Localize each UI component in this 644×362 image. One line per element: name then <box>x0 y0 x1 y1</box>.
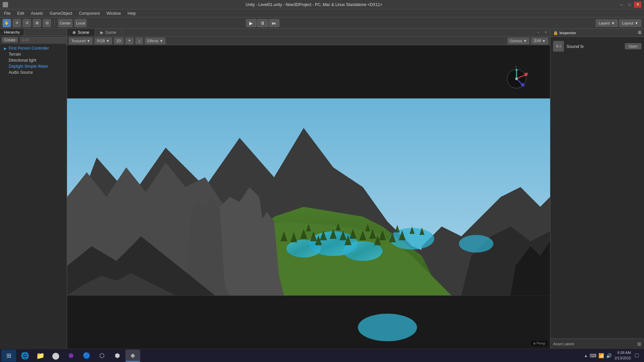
pause-button[interactable]: ⏸ <box>257 19 268 27</box>
app-icon <box>3 2 8 7</box>
scene-toolbar: Textured▼ RGB▼ 2D ☀ ♫ Effects▼ Gizmos▼ ☰… <box>67 37 550 45</box>
scene-maximize-btn[interactable]: ▪ <box>535 29 542 36</box>
center-button[interactable]: Center <box>58 19 72 27</box>
hier-item-first-person[interactable]: ▶ First Person Controller <box>0 45 67 51</box>
toolbar-separator-1 <box>54 20 55 26</box>
menu-edit[interactable]: Edit <box>14 10 27 16</box>
app7-icon: ⬢ <box>115 352 120 359</box>
svg-text:Y: Y <box>515 65 517 68</box>
start-icon: ⊞ <box>6 352 11 359</box>
explorer-icon: 📁 <box>36 352 45 360</box>
layers-dropdown: Layers ▼ Layout ▼ <box>596 19 641 27</box>
tab-scene[interactable]: ⊕ Scene <box>67 29 95 36</box>
taskbar-chrome[interactable]: ⬤ <box>48 350 63 362</box>
taskbar-explorer[interactable]: 📁 <box>33 350 48 362</box>
play-controls: ▶ ⏸ ⏭ <box>246 19 279 27</box>
keyboard-icon[interactable]: ⌨ <box>590 353 596 358</box>
tray-icons: ▲ ⌨ 📶 🔊 <box>584 353 612 358</box>
tool-scale[interactable]: ⊞ <box>33 19 41 27</box>
layers-button[interactable]: Layers ▼ <box>596 19 618 27</box>
network-icon[interactable]: 📶 <box>598 353 604 358</box>
app6-icon: ⬡ <box>99 352 105 359</box>
inspector-item-soundfx: Sound fx Open <box>553 40 641 53</box>
taskbar-ie[interactable]: 🌐 <box>17 350 32 362</box>
terrain-svg <box>67 45 550 349</box>
vs-icon: ⬟ <box>68 352 74 359</box>
menu-assets[interactable]: Assets <box>28 10 46 16</box>
tool-rect[interactable]: ⊟ <box>43 19 51 27</box>
perspective-label: ⊕ Persp <box>531 341 547 346</box>
hier-item-audio-source[interactable]: Audio Source <box>0 69 67 75</box>
hierarchy-items: ▶ First Person Controller Terrain Direct… <box>0 44 67 349</box>
asset-labels-section: Asset Labels ⊞ <box>550 339 644 349</box>
menu-gameobject[interactable]: GameObject <box>47 10 75 16</box>
game-icon: ▶ <box>100 30 103 35</box>
menu-bar: File Edit Assets GameObject Component Wi… <box>0 9 644 17</box>
hierarchy-search[interactable] <box>20 37 69 43</box>
step-button[interactable]: ⏭ <box>269 19 279 27</box>
taskbar-vs[interactable]: ⬟ <box>64 350 78 362</box>
close-button[interactable]: ✕ <box>634 2 641 8</box>
tool-hand[interactable]: ✋ <box>3 19 11 27</box>
taskbar-skype[interactable]: 🔵 <box>79 350 94 362</box>
hierarchy-create-button[interactable]: Create <box>2 37 18 43</box>
system-clock: 6:58 AM 2/13/2015 <box>614 350 631 361</box>
tool-move[interactable]: ✛ <box>13 19 21 27</box>
taskbar-app7[interactable]: ⬢ <box>110 350 125 362</box>
lighting-button[interactable]: ☀ <box>125 38 133 44</box>
scene-gizmo: Y X Z <box>503 65 530 92</box>
tab-hierarchy[interactable]: Hierarchy <box>0 29 24 36</box>
svg-text:X: X <box>527 72 529 75</box>
main-layout: Hierarchy Create ▶ First Person Controll… <box>0 29 644 349</box>
tab-game[interactable]: ▶ Game <box>95 29 122 36</box>
menu-file[interactable]: File <box>1 10 13 16</box>
hierarchy-tabs: Hierarchy <box>0 29 67 36</box>
window-title: Unity - Level01.unity - New3DProject - P… <box>10 2 618 7</box>
taskbar-apps: 🌐 📁 ⬤ ⬟ 🔵 ⬡ ⬢ ◆ <box>16 350 142 362</box>
scene-close-btn[interactable]: ✕ <box>542 29 550 36</box>
scene-icon: ⊕ <box>72 30 76 35</box>
gizmos-dropdown[interactable]: Gizmos▼ <box>507 38 529 44</box>
taskbar-unity[interactable]: ◆ <box>125 350 140 362</box>
skype-icon: 🔵 <box>83 352 90 359</box>
inspector-header: 🔒 Inspector ☰ <box>550 29 644 37</box>
effects-dropdown[interactable]: Effects▼ <box>145 38 165 44</box>
taskbar: ⊞ 🌐 📁 ⬤ ⬟ 🔵 ⬡ ⬢ ◆ ▲ ⌨ 📶 🔊 <box>0 349 644 362</box>
menu-help[interactable]: Help <box>125 10 139 16</box>
svg-point-14 <box>459 235 493 253</box>
hier-item-directional-light[interactable]: Directional light <box>0 57 67 63</box>
start-button[interactable]: ⊞ <box>1 350 16 362</box>
audio-button[interactable]: ♫ <box>136 38 143 44</box>
menu-window[interactable]: Window <box>104 10 123 16</box>
layout-button[interactable]: Layout ▼ <box>619 19 641 27</box>
hier-item-terrain[interactable]: Terrain <box>0 51 67 57</box>
asset-labels-icon[interactable]: ⊞ <box>637 341 641 347</box>
inspector-content: Sound fx Open <box>550 37 644 190</box>
2d-button[interactable]: 2D <box>114 38 123 44</box>
local-button[interactable]: Local <box>74 19 87 27</box>
menu-component[interactable]: Component <box>76 10 102 16</box>
chrome-icon: ⬤ <box>52 352 59 360</box>
rgb-dropdown[interactable]: RGB▼ <box>95 38 112 44</box>
maximize-button[interactable]: □ <box>626 2 633 8</box>
taskbar-app6[interactable]: ⬡ <box>95 350 109 362</box>
hier-item-daylight-water[interactable]: Daylight Simple Water <box>0 63 67 69</box>
open-button[interactable]: Open <box>625 43 641 49</box>
notifications-button[interactable]: □ <box>634 352 640 359</box>
hierarchy-toolbar: Create <box>0 36 67 44</box>
scene-viewport[interactable]: Y X Z ⊕ Persp <box>67 45 550 349</box>
inspector-panel: 🔒 Inspector ☰ Sound fx Open Asset <box>550 29 644 349</box>
play-button[interactable]: ▶ <box>246 19 257 27</box>
svg-point-48 <box>515 77 518 80</box>
gizmos-all-dropdown[interactable]: ☰All▼ <box>531 38 548 44</box>
system-tray: ▲ ⌨ 📶 🔊 6:58 AM 2/13/2015 □ <box>581 350 643 361</box>
scene-tabs: ⊕ Scene ▶ Game ▪ ✕ <box>67 29 550 37</box>
textured-dropdown[interactable]: Textured▼ <box>69 38 93 44</box>
hierarchy-panel: Hierarchy Create ▶ First Person Controll… <box>0 29 67 349</box>
tool-rotate[interactable]: ↺ <box>23 19 31 27</box>
svg-point-12 <box>286 240 321 257</box>
volume-icon[interactable]: 🔊 <box>606 353 612 358</box>
minimize-button[interactable]: ─ <box>618 2 625 8</box>
inspector-menu-icon[interactable]: ☰ <box>638 31 641 35</box>
show-hidden-icon[interactable]: ▲ <box>584 354 588 358</box>
